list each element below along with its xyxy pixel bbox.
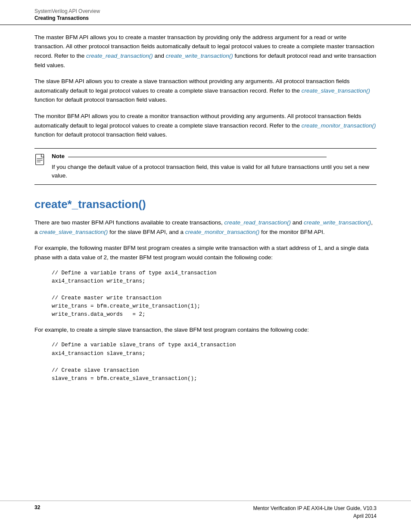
link-label: create_write_transaction(): [166, 53, 233, 59]
section-paragraph-1: There are two master BFM API functions a…: [34, 218, 377, 236]
link-label: create_monitor_transaction(): [185, 229, 260, 235]
sp1-text4: for the slave BFM API, and a: [108, 229, 185, 235]
header-line2: Creating Transactions: [34, 15, 377, 21]
section-paragraph-2: For example, the following master BFM te…: [34, 243, 377, 262]
code-block-2: // Define a variable slave_trans of type…: [52, 341, 377, 383]
note-dash: [68, 157, 327, 157]
link-label: create_slave_transaction(): [39, 229, 108, 235]
sp1-text2: and: [291, 219, 304, 226]
section-paragraph-3: For example, to create a simple slave tr…: [34, 325, 377, 335]
note-icon: [34, 154, 47, 168]
code-block-1: // Define a variable trans of type axi4_…: [52, 269, 377, 319]
paragraph-1: The master BFM API allows you to create …: [34, 33, 377, 70]
link-create-write-transaction-1[interactable]: create_write_transaction(): [166, 53, 233, 59]
footer-line1: Mentor Verification IP AE AXI4-Lite User…: [253, 504, 377, 512]
p2-text2: function for default protocol transactio…: [34, 96, 167, 103]
note-title: Note: [52, 153, 65, 159]
page-footer: 32 Mentor Verification IP AE AXI4-Lite U…: [0, 501, 411, 523]
note-label-line: Note: [52, 153, 377, 161]
svg-rect-0: [36, 154, 44, 165]
page-header: SystemVerilog API Overview Creating Tran…: [0, 0, 411, 25]
link-create-slave-transaction-1[interactable]: create_slave_transaction(): [302, 87, 370, 94]
sp1-text1: There are two master BFM API functions a…: [34, 219, 224, 226]
link-label: create_slave_transaction(): [302, 87, 370, 94]
main-content: The master BFM API allows you to create …: [0, 33, 411, 415]
link-create-monitor-transaction-1[interactable]: create_monitor_transaction(): [302, 122, 376, 129]
footer-right: Mentor Verification IP AE AXI4-Lite User…: [253, 504, 377, 520]
link-label: create_read_transaction(): [86, 53, 153, 59]
link-create-slave-transaction-2[interactable]: create_slave_transaction(): [39, 229, 108, 235]
paragraph-3: The monitor BFM API allows you to create…: [34, 112, 377, 140]
header-line1: SystemVerilog API Overview: [34, 8, 377, 15]
footer-line2: April 2014: [253, 512, 377, 520]
page-container: SystemVerilog API Overview Creating Tran…: [0, 0, 411, 532]
link-create-read-transaction-1[interactable]: create_read_transaction(): [86, 53, 153, 59]
note-content: Note If you change the default value of …: [52, 153, 377, 180]
p1-text2: and: [153, 53, 166, 59]
link-create-read-transaction-2[interactable]: create_read_transaction(): [224, 219, 291, 226]
section-heading: create*_transaction(): [34, 198, 377, 211]
p3-text2: function for default protocol transactio…: [34, 131, 167, 138]
link-create-write-transaction-2[interactable]: create_write_transaction(): [304, 219, 371, 226]
link-label: create_write_transaction(): [304, 219, 371, 226]
link-label: create_monitor_transaction(): [302, 122, 376, 129]
note-text: If you change the default value of a pro…: [52, 163, 377, 180]
link-create-monitor-transaction-2[interactable]: create_monitor_transaction(): [185, 229, 260, 235]
sp1-text5: for the monitor BFM API.: [259, 229, 325, 235]
paragraph-2: The slave BFM API allows you to create a…: [34, 77, 377, 105]
note-box: Note If you change the default value of …: [34, 148, 377, 185]
link-label: create_read_transaction(): [224, 219, 291, 226]
footer-page-number: 32: [34, 504, 40, 510]
